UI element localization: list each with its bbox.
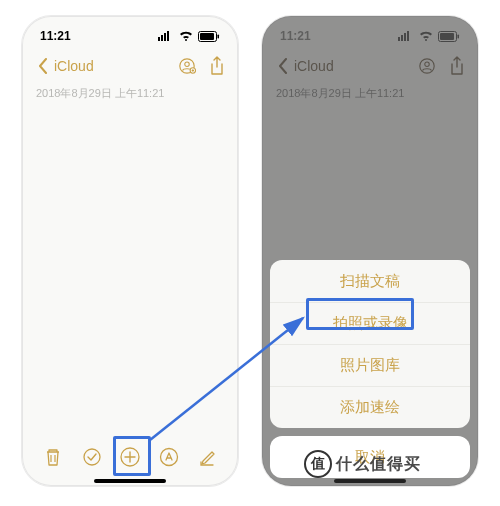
svg-rect-0 [158, 37, 160, 41]
bottom-toolbar [22, 438, 238, 476]
trash-icon[interactable] [42, 446, 64, 468]
svg-point-9 [185, 62, 190, 66]
markup-icon[interactable] [158, 446, 180, 468]
sheet-take-photo[interactable]: 拍照或录像 [270, 302, 470, 344]
watermark-badge: 值 [304, 450, 332, 478]
note-datetime: 2018年8月29日 上午11:21 [22, 82, 238, 101]
sheet-scan-documents[interactable]: 扫描文稿 [270, 260, 470, 302]
status-time: 11:21 [40, 29, 71, 43]
svg-rect-7 [218, 34, 220, 38]
svg-rect-2 [164, 33, 166, 41]
add-attachment-button[interactable] [119, 446, 141, 468]
sheet-photo-library[interactable]: 照片图库 [270, 344, 470, 386]
sheet-add-sketch[interactable]: 添加速绘 [270, 386, 470, 428]
status-indicators [156, 27, 220, 45]
svg-rect-6 [200, 33, 214, 40]
signal-icon [156, 27, 174, 45]
tutorial-figure: { "statusbar": { "time": "11:21" }, "nav… [0, 0, 500, 506]
svg-point-13 [160, 449, 177, 466]
compose-icon[interactable] [196, 446, 218, 468]
status-bar: 11:21 [22, 16, 238, 50]
checklist-icon[interactable] [81, 446, 103, 468]
watermark-text: 什么值得买 [336, 454, 421, 475]
chevron-left-icon [34, 57, 52, 75]
back-button[interactable]: iCloud [34, 57, 94, 75]
battery-icon [198, 27, 220, 45]
phone-screen-left: 11:21 iCloud 2018年8月29日 上午11:21 [21, 15, 239, 487]
wifi-icon [177, 27, 195, 45]
home-indicator[interactable] [94, 479, 166, 483]
action-sheet-options: 扫描文稿 拍照或录像 照片图库 添加速绘 [270, 260, 470, 428]
nav-bar: iCloud [22, 50, 238, 82]
people-icon[interactable] [178, 57, 196, 75]
back-label: iCloud [54, 58, 94, 74]
watermark: 值 什么值得买 [304, 450, 421, 478]
svg-rect-1 [161, 35, 163, 41]
home-indicator[interactable] [334, 479, 406, 483]
share-icon[interactable] [208, 57, 226, 75]
phone-screen-right: 11:21 iCloud 2018年8月29日 上午11:21 扫描文稿 拍照或… [261, 15, 479, 487]
svg-point-4 [185, 39, 187, 41]
action-sheet: 扫描文稿 拍照或录像 照片图库 添加速绘 取消 [270, 260, 470, 478]
svg-point-11 [84, 449, 100, 465]
svg-rect-3 [167, 31, 169, 41]
